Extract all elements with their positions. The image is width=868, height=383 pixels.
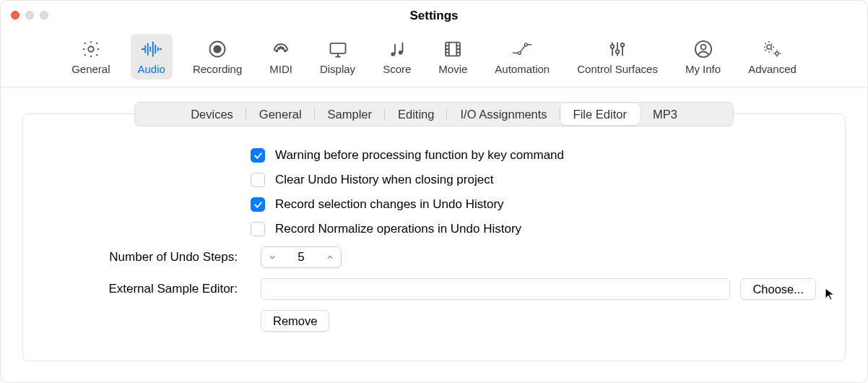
checkbox-record-normalize[interactable] — [251, 222, 265, 236]
svg-point-0 — [88, 46, 93, 51]
row-record-selection: Record selection changes in Undo History — [52, 197, 816, 212]
undo-steps-label: Number of Undo Steps: — [52, 250, 251, 264]
toolbar-item-display[interactable]: Display — [313, 34, 363, 79]
remove-button[interactable]: Remove — [261, 310, 329, 332]
svg-point-2 — [214, 46, 220, 52]
row-remove: Remove — [52, 310, 816, 332]
window-title: Settings — [1, 9, 867, 23]
row-record-normalize: Record Normalize operations in Undo Hist… — [52, 222, 816, 236]
subtab-bar: Devices General Sampler Editing I/O Assi… — [134, 102, 734, 126]
toolbar-item-advanced[interactable]: Advanced — [741, 34, 804, 79]
toolbar-label: Audio — [138, 63, 165, 75]
toolbar-label: Recording — [193, 63, 242, 75]
gear-icon — [80, 38, 102, 60]
svg-point-6 — [278, 48, 279, 49]
gears-icon — [761, 38, 783, 60]
undo-steps-stepper[interactable]: 5 — [261, 246, 342, 268]
record-icon — [207, 38, 228, 60]
svg-point-21 — [767, 45, 771, 49]
choose-button[interactable]: Choose... — [740, 278, 816, 300]
stepper-increment[interactable] — [319, 253, 341, 262]
toolbar-label: Display — [320, 63, 355, 75]
row-clear-undo: Clear Undo History when closing project — [52, 173, 816, 187]
display-icon — [327, 38, 349, 60]
content-area: Devices General Sampler Editing I/O Assi… — [1, 87, 867, 382]
svg-point-17 — [616, 50, 620, 53]
zoom-window-button[interactable] — [40, 11, 48, 20]
close-window-button[interactable] — [11, 11, 19, 20]
toolbar-label: Advanced — [748, 63, 797, 75]
svg-point-5 — [285, 50, 286, 51]
external-editor-label: External Sample Editor: — [52, 282, 251, 296]
svg-point-16 — [611, 45, 615, 48]
external-editor-field[interactable] — [261, 278, 730, 300]
svg-rect-8 — [330, 43, 345, 53]
toolbar-label: Score — [383, 63, 411, 75]
svg-point-22 — [776, 52, 779, 56]
subtab-file-editor[interactable]: File Editor — [560, 103, 640, 125]
subtab-label: Editing — [398, 108, 434, 121]
stepper-decrement[interactable] — [261, 253, 283, 262]
toolbar: General Audio Recording MIDI Display — [1, 31, 867, 87]
subtab-mp3[interactable]: MP3 — [640, 103, 690, 126]
toolbar-item-automation[interactable]: Automation — [487, 34, 557, 79]
subtab-general[interactable]: General — [246, 103, 315, 126]
row-external-editor: External Sample Editor: Choose... — [52, 278, 816, 300]
checkbox-record-selection[interactable] — [251, 197, 265, 212]
midi-icon — [270, 38, 292, 60]
svg-point-4 — [280, 47, 282, 48]
sliders-icon — [607, 38, 628, 60]
toolbar-label: Control Surfaces — [577, 63, 658, 75]
row-warning: Warning before processing function by ke… — [52, 148, 816, 163]
toolbar-item-my-info[interactable]: My Info — [678, 34, 728, 79]
button-label: Choose... — [752, 283, 804, 296]
toolbar-label: Movie — [438, 63, 467, 75]
svg-point-20 — [700, 45, 706, 50]
toolbar-item-midi[interactable]: MIDI — [262, 34, 300, 79]
toolbar-item-general[interactable]: General — [64, 34, 117, 79]
toolbar-item-audio[interactable]: Audio — [131, 34, 173, 79]
subtab-io[interactable]: I/O Assignments — [447, 103, 560, 126]
subtab-label: I/O Assignments — [460, 108, 547, 121]
svg-point-18 — [621, 43, 625, 47]
checkbox-label: Clear Undo History when closing project — [275, 173, 493, 187]
toolbar-item-recording[interactable]: Recording — [186, 34, 249, 79]
toolbar-label: MIDI — [269, 63, 292, 75]
svg-point-3 — [276, 50, 277, 51]
subtab-label: General — [259, 108, 302, 121]
film-icon — [442, 38, 464, 60]
subtab-label: Sampler — [328, 108, 372, 121]
settings-window: Settings General Audio Recording MIDI — [0, 0, 868, 383]
subtab-label: Devices — [191, 108, 233, 121]
svg-point-7 — [282, 48, 284, 49]
toolbar-item-score[interactable]: Score — [376, 34, 418, 79]
cursor-icon — [823, 287, 838, 301]
automation-icon — [511, 38, 533, 60]
checkbox-label: Record selection changes in Undo History — [275, 197, 504, 212]
toolbar-label: My Info — [685, 63, 721, 75]
music-notes-icon — [386, 38, 408, 60]
subtab-editing[interactable]: Editing — [385, 103, 447, 126]
toolbar-label: General — [71, 63, 110, 75]
person-circle-icon — [693, 38, 714, 60]
titlebar: Settings — [1, 1, 867, 31]
toolbar-item-control-surfaces[interactable]: Control Surfaces — [570, 34, 665, 79]
svg-rect-11 — [394, 44, 396, 54]
checkbox-label: Record Normalize operations in Undo Hist… — [275, 222, 521, 236]
checkbox-warning[interactable] — [251, 148, 265, 163]
waveform-icon — [141, 38, 162, 60]
minimize-window-button[interactable] — [25, 11, 34, 20]
form: Warning before processing function by ke… — [23, 148, 845, 332]
undo-steps-value: 5 — [283, 250, 319, 264]
button-label: Remove — [273, 314, 317, 328]
subtab-label: MP3 — [653, 108, 677, 121]
checkbox-clear-undo[interactable] — [251, 173, 265, 187]
checkbox-label: Warning before processing function by ke… — [275, 148, 564, 163]
svg-point-15 — [525, 43, 528, 46]
settings-panel: Devices General Sampler Editing I/O Assi… — [22, 113, 846, 361]
subtab-sampler[interactable]: Sampler — [315, 103, 385, 126]
toolbar-item-movie[interactable]: Movie — [431, 34, 474, 79]
svg-point-14 — [518, 51, 521, 54]
subtab-devices[interactable]: Devices — [178, 103, 246, 126]
svg-rect-12 — [402, 43, 403, 53]
